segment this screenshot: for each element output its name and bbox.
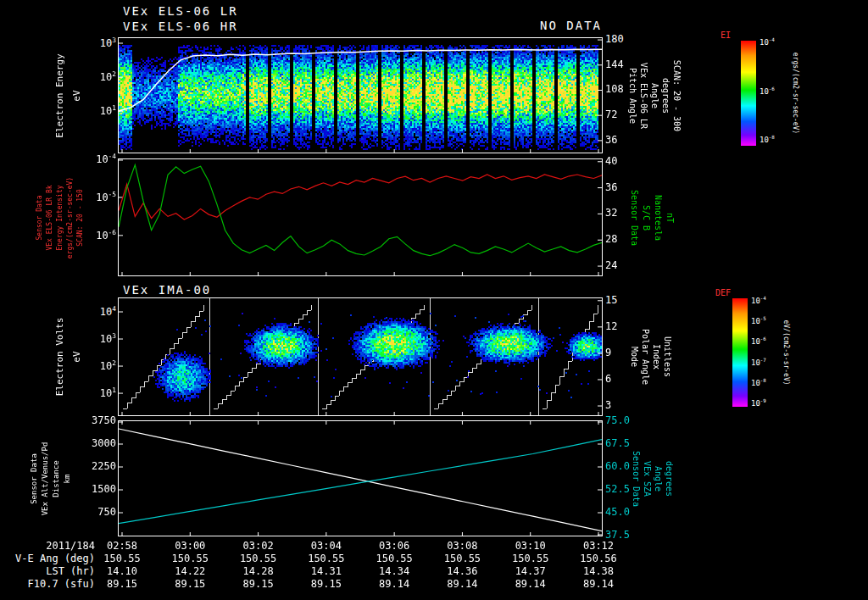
els_energy_spectrogram-left-tick-label: 101	[81, 104, 116, 117]
els_energy_spectrogram-right-axis-title: SCAN: 20 - 300	[672, 59, 682, 131]
vex-els-ima-quicklook: VEx ELS-06 LR VEx ELS-06 HR NO DATA VEx …	[0, 0, 868, 600]
ima_spectrogram-left-tick-label: 101	[81, 386, 116, 399]
alt_and_sza-right-tick-label: 67.5	[605, 437, 643, 449]
colorbar-tick-label: 10-9	[751, 398, 766, 408]
els_intensity_and_b-left-tick-label: 10-6	[81, 229, 116, 242]
ima_spectrogram-left-tick-label: 102	[81, 359, 116, 372]
table-cell-value: 150.55	[169, 553, 211, 564]
title-ima: VEx IMA-00	[123, 283, 211, 297]
colorbar-title-def: DEF	[715, 288, 731, 297]
els_intensity_and_b-right-tick-label: 24	[605, 259, 643, 271]
table-cell-value: 150.55	[237, 553, 280, 564]
colorbar-tick-label: 10-6	[751, 336, 766, 346]
els_intensity_and_b-ticks-svg	[119, 159, 602, 275]
els_energy_spectrogram-right-axis-title: Angle	[650, 82, 659, 108]
time-tick-label: 03:02	[240, 540, 277, 552]
time-tick-label: 03:12	[580, 540, 617, 552]
table-cell-value: 14.28	[237, 565, 280, 577]
table-cell-value: 14.37	[509, 565, 552, 577]
alt_and_sza-right-axis-title: Sensor Data	[632, 450, 641, 506]
vex-sza-line	[119, 440, 602, 524]
time-tick-label: 03:08	[443, 540, 481, 552]
els_energy_spectrogram-left-axis-title: eV	[71, 90, 82, 101]
alt_and_sza-left-tick-label: 3000	[81, 437, 116, 449]
els_intensity_and_b-right-axis-title: Nanotesla	[654, 194, 663, 240]
colorbar-tick-label: 10-5	[751, 316, 766, 325]
els_energy_spectrogram-left-tick-label: 102	[81, 70, 116, 83]
ima_spectrogram-right-tick-label: 12	[605, 320, 643, 332]
table-row-label: V-E Ang (deg)	[2, 553, 95, 564]
ima_spectrogram-left-axis-title: Electron Volts	[54, 318, 65, 397]
els_intensity_and_b-right-axis-title: Sensor Data	[630, 189, 639, 245]
vex-altitude-line	[119, 429, 602, 531]
colorbar-tick-label: 10-4	[751, 296, 766, 305]
table-cell-value: 14.38	[577, 565, 620, 577]
table-cell-value: 89.14	[373, 578, 415, 590]
alt_and_sza-right-axis-title: Angle	[654, 465, 663, 491]
colorbar-ei	[741, 41, 756, 146]
time-tick-label: 03:04	[308, 540, 345, 552]
alt_and_sza-left-axis-title: km	[63, 474, 71, 483]
ima_spectrogram-ticks-svg	[119, 298, 602, 415]
alt_and_sza-right-axis-title: VEx SZA	[643, 460, 652, 496]
els_energy_spectrogram-right-tick-label: 36	[605, 134, 643, 146]
colorbar-tick-label: 10-6	[760, 86, 775, 96]
table-cell-value: 150.55	[305, 553, 348, 564]
ima_spectrogram-right-tick-label: 15	[605, 294, 643, 306]
table-cell-value: 14.34	[373, 565, 415, 577]
table-cell-value: 89.15	[237, 578, 280, 590]
els-overlay-trace	[119, 49, 602, 111]
time-tick-label: 03:00	[171, 540, 209, 552]
table-cell-value: 150.55	[101, 553, 143, 564]
colorbar-tick-label: 10-8	[751, 378, 766, 387]
no-data-label: NO DATA	[458, 19, 602, 32]
table-cell-value: 89.14	[577, 578, 620, 590]
table-cell-value: 150.56	[577, 553, 620, 564]
els_intensity_and_b-left-axis-title: Energy Intensity	[56, 185, 64, 250]
els-intensity-line	[119, 175, 602, 219]
els_intensity_and_b-left-axis-title: ergs/(cm2-sr-sec-eV)	[66, 176, 74, 258]
els_energy_spectrogram-ticks-svg	[119, 38, 602, 153]
els_intensity_and_b-left-axis-title: Sensor Data	[36, 195, 43, 240]
title-els-hr: VEx ELS-06 HR	[123, 19, 238, 33]
table-cell-value: 89.14	[441, 578, 483, 590]
table-cell-value: 150.55	[373, 553, 415, 564]
table-cell-value: 14.22	[169, 565, 211, 577]
table-cell-value: 89.14	[509, 578, 552, 590]
table-cell-value: 14.10	[101, 565, 143, 577]
alt_and_sza-left-axis-title: Sensor Data	[30, 453, 38, 504]
els_intensity_and_b-left-axis-title: SCAN: 20 - 150	[76, 189, 84, 246]
table-cell-value: 150.55	[509, 553, 552, 564]
table-cell-value: 150.55	[441, 553, 483, 564]
alt_and_sza-left-tick-label: 2250	[81, 460, 116, 472]
table-cell-value: 14.31	[305, 565, 348, 577]
colorbar-tick-label: 10-8	[760, 135, 775, 144]
colorbar-title-ei: EI	[721, 31, 731, 40]
table-cell-value: 89.15	[169, 578, 211, 590]
time-tick-label: 03:10	[512, 540, 549, 552]
els_energy_spectrogram-right-axis-title: VEx ELS-06 LR	[639, 62, 648, 128]
time-tick-label: 03:06	[376, 540, 413, 552]
alt_and_sza-right-tick-label: 45.0	[605, 506, 643, 518]
time-tick-label: 02:58	[103, 540, 141, 552]
alt_and_sza-right-tick-label: 75.0	[605, 414, 643, 426]
alt_and_sza-ticks-svg	[119, 421, 602, 536]
alt_and_sza-right-tick-label: 37.5	[605, 529, 643, 541]
alt_and_sza-right-axis-title: degrees	[665, 460, 674, 496]
table-cell-value: 14.36	[441, 565, 483, 577]
els_energy_spectrogram-right-axis-title: Pitch Angle	[628, 67, 637, 123]
alt_and_sza-left-axis-title: Distance	[52, 460, 60, 497]
ima_spectrogram-right-axis-title: Index	[652, 344, 661, 369]
ima_spectrogram-right-axis-title: Mode	[630, 347, 639, 367]
ima_spectrogram-right-axis-title: Unitless	[663, 336, 672, 377]
sc-b-field-line	[119, 165, 602, 256]
colorbar-tick-label: 10-4	[760, 37, 775, 47]
alt_and_sza-left-tick-label: 750	[81, 506, 116, 518]
els_intensity_and_b-left-axis-title: VEx ELS-06 LR Bk	[46, 185, 53, 250]
alt_and_sza-left-tick-label: 3750	[81, 414, 116, 426]
title-els-lr: VEx ELS-06 LR	[123, 4, 238, 18]
ima_spectrogram-left-tick-label: 104	[81, 305, 116, 318]
ima_spectrogram-right-axis-title: Polar Angle	[641, 329, 650, 385]
table-cell-value: 89.15	[305, 578, 348, 590]
ima_spectrogram-right-tick-label: 3	[605, 399, 643, 411]
